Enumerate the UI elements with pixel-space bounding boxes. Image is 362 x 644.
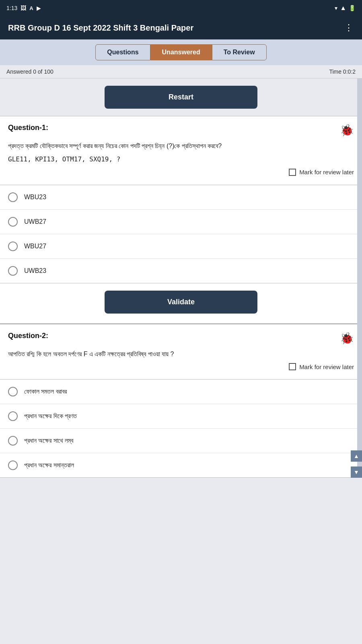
battery-icon: 🔋 [349,5,356,11]
question-2-title: Question-2: [8,332,48,340]
option-label-q2-a: ফোকাল সমতল বরাবর [24,388,67,395]
option-label-q2-d: প্রধান অক্ষের সমান্তরাল [24,462,74,469]
question-1-text: প্রদত্ত ক্রমটি যৌক্তিকভাবে সম্পূর্ণ করার… [8,141,354,151]
radio-q1-b[interactable] [8,217,18,227]
options-q1: WBU23 UWB27 WBU27 UWB23 [0,185,362,283]
radio-q1-d[interactable] [8,266,18,276]
gallery-icon: 🖼 [21,5,26,11]
option-q2-d[interactable]: প্রধান অক্ষের সমান্তরাল [0,453,362,477]
status-time: 1:13 [6,5,17,11]
tab-to-review[interactable]: To Review [212,44,267,60]
tab-unanswered[interactable]: Unanswered [150,44,212,60]
question-1-header: Question-1: 🐞 [8,124,354,137]
wifi-icon: ▾ [335,5,337,11]
question-1-sequence: GLE11, KPI13, OTM17, SXQ19, ? [8,155,354,163]
validate-section-q1: Validate [0,283,362,324]
option-label-q1-b: UWB27 [24,218,46,225]
option-label-q2-c: প্রধান অক্ষের সাথে লম্ব [24,437,73,444]
option-q1-b[interactable]: UWB27 [0,210,362,234]
radio-q2-c[interactable] [8,436,18,446]
a-icon: A [29,5,33,11]
option-label-q1-d: UWB23 [24,267,46,275]
app-header: RRB Group D 16 Sept 2022 Shift 3 Bengali… [0,16,362,39]
restart-button[interactable]: Restart [105,86,257,109]
option-q1-c[interactable]: WBU27 [0,234,362,259]
play-icon: ▶ [37,5,41,11]
timer: Time 0:0:2 [329,68,356,75]
option-label-q2-b: প্রধান অক্ষের দিকে প্রণত [24,413,77,420]
radio-q2-b[interactable] [8,411,18,421]
question-2-card: Question-2: 🐞 আপতিত রশ্মি কি হলে অবতল দর… [0,324,362,380]
question-2-text: আপতিত রশ্মি কি হলে অবতল দর্পণের F এ একটি… [8,349,354,359]
scrollbar-track: ▲ ▼ [357,78,362,478]
option-q2-c[interactable]: প্রধান অক্ষের সাথে লম্ব [0,429,362,453]
radio-q2-d[interactable] [8,460,18,470]
radio-q1-c[interactable] [8,242,18,251]
options-q2: ফোকাল সমতল বরাবর প্রধান অক্ষের দিকে প্রণ… [0,380,362,478]
radio-q2-a[interactable] [8,387,18,396]
option-label-q1-a: WBU23 [24,194,46,201]
main-content: Restart Question-1: 🐞 প্রদত্ত ক্রমটি যৌক… [0,78,362,478]
mark-review-checkbox-q2[interactable] [289,363,296,370]
signal-icon: ▲ [340,4,346,12]
radio-q1-a[interactable] [8,192,18,202]
mark-review-row-q1: Mark for review later [8,169,354,176]
scrollbar-up-button[interactable]: ▲ [351,450,362,462]
question-1-card: Question-1: 🐞 প্রদত্ত ক্রমটি যৌক্তিকভাবে… [0,116,362,185]
status-bar: 1:13 🖼 A ▶ ▾ ▲ 🔋 [0,0,362,16]
mark-review-row-q2: Mark for review later [8,363,354,370]
status-left: 1:13 🖼 A ▶ [6,5,41,11]
tab-bar: Questions Unanswered To Review [0,39,362,65]
mark-review-label-q2: Mark for review later [299,363,354,370]
option-q1-d[interactable]: UWB23 [0,259,362,283]
option-q1-a[interactable]: WBU23 [0,185,362,210]
bug-icon-q1: 🐞 [340,124,354,137]
bug-icon-q2: 🐞 [340,332,354,345]
mark-review-label-q1: Mark for review later [299,169,354,175]
option-label-q1-c: WBU27 [24,243,46,250]
mark-review-checkbox-q1[interactable] [289,169,296,176]
option-q2-b[interactable]: প্রধান অক্ষের দিকে প্রণত [0,404,362,429]
scrollbar-down-button[interactable]: ▼ [351,466,362,478]
validate-button-q1[interactable]: Validate [105,291,257,314]
answered-count: Answered 0 of 100 [6,68,53,75]
info-bar: Answered 0 of 100 Time 0:0:2 [0,65,362,78]
restart-section: Restart [0,78,362,116]
question-1-title: Question-1: [8,124,48,132]
status-right: ▾ ▲ 🔋 [335,4,356,12]
question-2-header: Question-2: 🐞 [8,332,354,345]
app-title: RRB Group D 16 Sept 2022 Shift 3 Bengali… [8,23,344,33]
tab-questions[interactable]: Questions [95,44,150,60]
menu-icon[interactable]: ⋮ [344,23,354,33]
option-q2-a[interactable]: ফোকাল সমতল বরাবর [0,380,362,404]
